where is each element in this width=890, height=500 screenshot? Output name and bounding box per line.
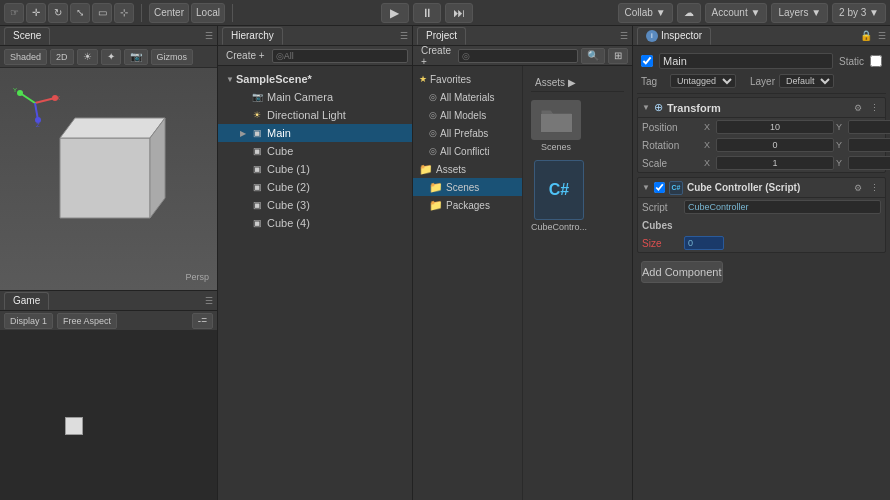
scale-y-input[interactable] (848, 156, 890, 170)
layers-btn[interactable]: Layers ▼ (771, 3, 828, 23)
position-xyz: X Y Z (704, 120, 890, 134)
rot-x-input[interactable] (716, 138, 834, 152)
rotate-tool-btn[interactable]: ↻ (48, 3, 68, 23)
space-btn[interactable]: Local (191, 3, 225, 23)
project-create-btn[interactable]: Create + (417, 45, 455, 67)
folder-svg (539, 106, 574, 134)
scene-root-item[interactable]: ▼ SampleScene* (218, 70, 412, 88)
fx-btn[interactable]: ✦ (101, 49, 121, 65)
transform-settings-btn[interactable]: ⚙ (851, 101, 865, 115)
inspector-menu-btn[interactable]: ☰ (878, 31, 886, 41)
project-toolbar: Create + 🔍 ⊞ (413, 46, 632, 66)
lock-btn[interactable]: 🔒 (860, 30, 872, 41)
asset-folder-scenes[interactable]: Scenes (531, 100, 581, 152)
services-btn[interactable]: ☁ (677, 3, 701, 23)
hierarchy-item-main-camera[interactable]: 📷 Main Camera (218, 88, 412, 106)
asset-scenes-label: Scenes (541, 142, 571, 152)
pos-y-input[interactable] (848, 120, 890, 134)
script-field[interactable] (684, 200, 881, 214)
project-sort-btn[interactable]: ⊞ (608, 48, 628, 64)
scene-menu-btn[interactable]: ☰ (205, 31, 213, 41)
scale-tool-btn[interactable]: ⤡ (70, 3, 90, 23)
camera-btn[interactable]: 📷 (124, 49, 148, 65)
hierarchy-item-dir-light[interactable]: ☀ Directional Light (218, 106, 412, 124)
project-menu-btn[interactable]: ☰ (620, 31, 628, 41)
cubecontroller-overflow-btn[interactable]: ⋮ (867, 181, 881, 195)
inspector-tab[interactable]: i Inspector (637, 27, 711, 45)
hierarchy-item-cube3[interactable]: ▣ Cube (3) (218, 196, 412, 214)
project-search-btn[interactable]: 🔍 (581, 48, 605, 64)
light-name: Directional Light (267, 109, 346, 121)
fav-materials[interactable]: ◎ All Materials (413, 88, 522, 106)
display-btn[interactable]: Display 1 (4, 313, 53, 329)
project-tab[interactable]: Project (417, 27, 466, 45)
hierarchy-create-btn[interactable]: Create + (222, 50, 269, 61)
scale-x-input[interactable] (716, 156, 834, 170)
assets-grid: Scenes C# CubeContro... (531, 100, 624, 232)
gizmos-btn[interactable]: Gizmos (151, 49, 194, 65)
game-canvas[interactable] (0, 331, 217, 500)
hierarchy-tab[interactable]: Hierarchy (222, 27, 283, 45)
scene-expand-arrow: ▼ (226, 75, 236, 84)
cubes-row: Cubes (638, 216, 885, 234)
layer-select[interactable]: Default (779, 74, 834, 88)
add-component-btn[interactable]: Add Component (641, 261, 723, 283)
size-input[interactable] (684, 236, 724, 250)
tag-select[interactable]: Untagged (670, 74, 736, 88)
sy-label: Y (836, 158, 846, 168)
fav-prefabs[interactable]: ◎ All Prefabs (413, 124, 522, 142)
project-search[interactable] (458, 49, 578, 63)
hierarchy-item-cube1[interactable]: ▣ Cube (1) (218, 160, 412, 178)
lighting-btn[interactable]: ☀ (77, 49, 98, 65)
transform-tool-btn[interactable]: ⊹ (114, 3, 134, 23)
hierarchy-search[interactable] (272, 49, 408, 63)
fav-conflicts[interactable]: ◎ All Conflicti (413, 142, 522, 160)
aspect-btn[interactable]: Free Aspect (57, 313, 117, 329)
collab-btn[interactable]: Collab ▼ (618, 3, 673, 23)
hierarchy-item-main[interactable]: ▶ ▣ Main (218, 124, 412, 142)
hand-tool-btn[interactable]: ☞ (4, 3, 24, 23)
hierarchy-menu-btn[interactable]: ☰ (400, 31, 408, 41)
cubecontroller-enable-checkbox[interactable] (654, 182, 665, 193)
assets-header[interactable]: 📁 Assets (413, 160, 522, 178)
rect-tool-btn[interactable]: ▭ (92, 3, 112, 23)
folder-icon-assets: 📁 (419, 163, 433, 176)
inspector-panel: i Inspector 🔒 ☰ Static Tag Untagged Lay (633, 26, 890, 500)
play-btn[interactable]: ▶ (381, 3, 409, 23)
fav-models[interactable]: ◎ All Models (413, 106, 522, 124)
game-tab[interactable]: Game (4, 292, 49, 310)
pivot-btn[interactable]: Center (149, 3, 189, 23)
rot-y-input[interactable] (848, 138, 890, 152)
hierarchy-item-cube2[interactable]: ▣ Cube (2) (218, 178, 412, 196)
shaded-btn[interactable]: Shaded (4, 49, 47, 65)
game-controls: Display 1 Free Aspect -= (0, 311, 217, 331)
transform-header[interactable]: ▼ ⊕ Transform ⚙ ⋮ (638, 98, 885, 118)
pos-x-input[interactable] (716, 120, 834, 134)
maximize-btn[interactable]: -= (192, 313, 213, 329)
account-btn[interactable]: Account ▼ (705, 3, 768, 23)
scene-canvas[interactable]: X Y Z Persp (0, 68, 217, 290)
transform-component: ▼ ⊕ Transform ⚙ ⋮ Position X Y (637, 97, 886, 173)
favorites-header[interactable]: ★ Favorites (413, 70, 522, 88)
search-icon-pre: ◎ (429, 128, 437, 138)
tree-packages[interactable]: 📁 Packages (413, 196, 522, 214)
main-triangle: ▶ (240, 129, 250, 138)
hierarchy-item-cube4[interactable]: ▣ Cube (4) (218, 214, 412, 232)
pause-btn[interactable]: ⏸ (413, 3, 441, 23)
asset-cs-file[interactable]: C# CubeContro... (531, 160, 587, 232)
move-tool-btn[interactable]: ✛ (26, 3, 46, 23)
transform-overflow-btn[interactable]: ⋮ (867, 101, 881, 115)
cubecontroller-settings-btn[interactable]: ⚙ (851, 181, 865, 195)
cube-controller-header[interactable]: ▼ C# Cube Controller (Script) ⚙ ⋮ (638, 178, 885, 198)
position-row: Position X Y Z (638, 118, 885, 136)
object-name-field[interactable] (659, 53, 833, 69)
tree-scenes[interactable]: 📁 Scenes (413, 178, 522, 196)
step-btn[interactable]: ⏭ (445, 3, 473, 23)
game-menu-btn[interactable]: ☰ (205, 296, 213, 306)
layout-btn[interactable]: 2 by 3 ▼ (832, 3, 886, 23)
hierarchy-item-cube[interactable]: ▣ Cube (218, 142, 412, 160)
scene-tab[interactable]: Scene (4, 27, 50, 45)
active-checkbox[interactable] (641, 55, 653, 67)
static-checkbox[interactable] (870, 55, 882, 67)
2d-btn[interactable]: 2D (50, 49, 74, 65)
